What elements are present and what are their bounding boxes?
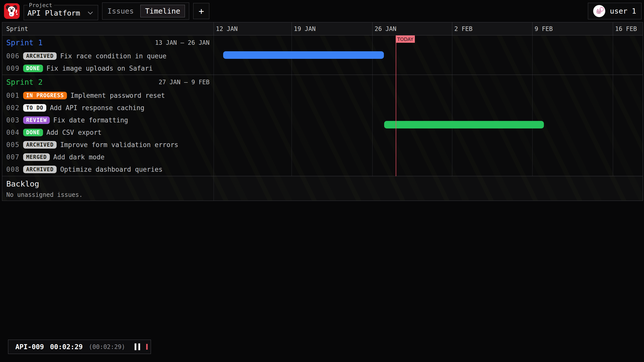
issue-title: Optimize dashboard queries: [60, 166, 163, 173]
tab-timeline[interactable]: Timeline: [140, 5, 185, 17]
issue-number: 001: [6, 92, 20, 99]
today-marker-line: [396, 35, 396, 176]
issue-title: Add dark mode: [53, 153, 105, 161]
issue-row[interactable]: 008ARCHIVEDOptimize dashboard queries: [2, 163, 214, 175]
status-badge: DONE: [23, 65, 43, 72]
issue-number: 002: [6, 104, 20, 112]
backlog-timeline-area: [214, 176, 643, 201]
issue-number: 005: [6, 141, 20, 149]
issue-row[interactable]: 005ARCHIVEDImprove form validation error…: [2, 139, 214, 151]
project-name: API Platform: [27, 9, 80, 17]
issue-row[interactable]: 003REVIEWFix date formatting: [2, 114, 214, 126]
koala-logo-icon: [4, 3, 20, 19]
issue-title: Add API response caching: [50, 104, 144, 112]
issue-number: 009: [6, 65, 20, 72]
issue-title: Implement password reset: [70, 92, 165, 99]
backlog-empty-text: No unassigned issues.: [6, 191, 210, 198]
issue-number: 008: [6, 166, 20, 173]
issue-row[interactable]: 009DONEFix image uploads on Safari: [2, 62, 214, 74]
timeline-board: Sprint 12 JAN19 JAN26 JAN2 FEB9 FEB16 FE…: [2, 22, 643, 201]
date-header-cell: 9 FEB: [532, 22, 613, 35]
project-selector[interactable]: Project API Platform: [24, 2, 98, 20]
issue-number: 003: [6, 116, 20, 124]
timer-issue-id: API-009: [15, 343, 44, 351]
status-badge: ARCHIVED: [23, 52, 57, 60]
sprint-date-range: 27 JAN – 9 FEB: [159, 79, 210, 86]
sprint-title-row: Sprint 113 JAN – 26 JAN: [2, 35, 214, 50]
user-menu[interactable]: user 1: [588, 3, 641, 19]
backlog-left-pane: Backlog No unassigned issues.: [2, 176, 214, 201]
user-name: user 1: [610, 7, 636, 15]
issue-title: Fix date formatting: [53, 116, 128, 124]
project-label: Project: [27, 2, 54, 8]
top-bar: Project API Platform Issues Timeline + u…: [0, 0, 644, 22]
pause-button[interactable]: [135, 343, 140, 350]
issue-row[interactable]: 007MERGEDAdd dark mode: [2, 151, 214, 163]
status-badge: DONE: [23, 129, 43, 136]
status-badge: ARCHIVED: [23, 141, 57, 149]
sprint-column-header: Sprint: [6, 25, 28, 32]
issue-number: 007: [6, 153, 20, 161]
date-header-cell: 19 JAN: [292, 22, 372, 35]
backlog-title: Backlog: [6, 179, 210, 188]
issue-title: Fix race condition in queue: [60, 52, 167, 60]
backlog-section: Backlog No unassigned issues.: [2, 176, 643, 201]
issue-row[interactable]: 002TO DOAdd API response caching: [2, 102, 214, 114]
sprint-name[interactable]: Sprint 2: [6, 78, 43, 86]
status-badge: MERGED: [23, 153, 50, 161]
stop-button[interactable]: [146, 344, 148, 350]
date-header-cell: 16 FEB: [613, 22, 643, 35]
status-badge: ARCHIVED: [23, 166, 57, 173]
status-badge: REVIEW: [23, 116, 50, 124]
view-tabs: Issues Timeline: [102, 3, 189, 20]
sprint-bar[interactable]: [384, 121, 544, 128]
tab-issues[interactable]: Issues: [106, 5, 135, 17]
issue-row[interactable]: 004DONEAdd CSV export: [2, 126, 214, 139]
issue-number: 004: [6, 129, 20, 136]
sprint-title-row: Sprint 227 JAN – 9 FEB: [2, 75, 214, 89]
timeline-body: Sprint 113 JAN – 26 JAN006ARCHIVEDFix ra…: [2, 35, 643, 176]
timeline-header-row: Sprint 12 JAN19 JAN26 JAN2 FEB9 FEB16 FE…: [2, 22, 643, 35]
timer-elapsed: 00:02:29: [50, 343, 83, 351]
date-header-cell: 12 JAN: [214, 22, 292, 35]
status-badge: IN PROGRESS: [23, 92, 67, 99]
date-header-cell: 26 JAN: [372, 22, 452, 35]
issue-row[interactable]: 001IN PROGRESSImplement password reset: [2, 89, 214, 102]
app-logo-icon[interactable]: [4, 3, 20, 19]
issue-title: Improve form validation errors: [60, 141, 178, 149]
chevron-down-icon: [87, 11, 93, 15]
today-label: TODAY: [396, 35, 415, 43]
issue-title: Fix image uploads on Safari: [47, 65, 153, 72]
timer-total: (00:02:29): [89, 343, 125, 350]
date-header-cell: 2 FEB: [452, 22, 532, 35]
sprint-section: Sprint 227 JAN – 9 FEB001IN PROGRESSImpl…: [2, 75, 643, 176]
avatar: [593, 5, 605, 17]
sprint-bar[interactable]: [223, 51, 384, 59]
timer-widget: API-009 00:02:29 (00:02:29): [8, 340, 151, 354]
status-badge: TO DO: [23, 104, 46, 112]
issue-row[interactable]: 006ARCHIVEDFix race condition in queue: [2, 50, 214, 62]
sprint-name[interactable]: Sprint 1: [6, 38, 43, 47]
issue-number: 006: [6, 52, 20, 60]
sprint-date-range: 13 JAN – 26 JAN: [155, 39, 210, 46]
avatar-creature-icon: [594, 6, 605, 17]
add-button[interactable]: +: [193, 3, 209, 19]
issue-title: Add CSV export: [47, 129, 102, 136]
